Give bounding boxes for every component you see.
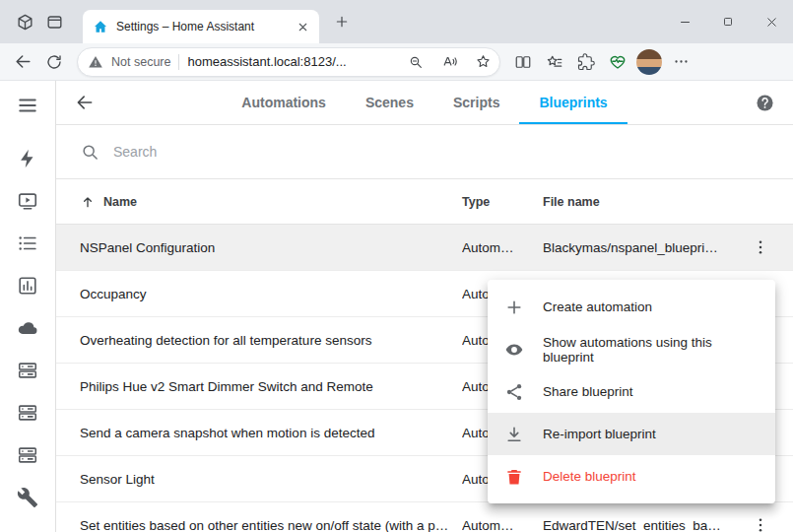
column-label: Name	[103, 195, 137, 209]
table-row-set-entities[interactable]: Set entities based on other entities new…	[56, 502, 793, 532]
table-header: Name Type File name	[56, 179, 793, 225]
sidebar-server-icon-1[interactable]	[15, 358, 40, 383]
table-row-nspanel[interactable]: NSPanel Configuration Autom… Blackymas/n…	[56, 225, 793, 271]
row-type: Autom…	[462, 240, 543, 255]
sidebar-cloud-icon[interactable]	[15, 315, 40, 341]
browser-window: Settings – Home Assistant	[0, 0, 793, 532]
tab-blueprints[interactable]: Blueprints	[519, 81, 627, 124]
extensions-icon[interactable]	[571, 47, 601, 77]
sidebar-icon-list	[15, 146, 40, 510]
column-header-type[interactable]: Type	[462, 195, 543, 209]
ha-sidebar	[0, 81, 56, 532]
tab-label: Blueprints	[539, 95, 607, 110]
zoom-out-icon[interactable]	[403, 49, 429, 75]
back-icon[interactable]	[8, 47, 37, 77]
tab-scripts[interactable]: Scripts	[433, 81, 519, 124]
window-controls	[663, 0, 793, 43]
row-name: Sensor Light	[80, 472, 462, 487]
ha-header: Automations Scenes Scripts Blueprints	[56, 81, 793, 125]
sidebar-server-icon-2[interactable]	[15, 400, 40, 426]
browser-tab-strip: Settings – Home Assistant	[0, 0, 793, 43]
row-name: Send a camera snapshot when motion is de…	[80, 426, 462, 440]
menu-item-label: Show automations using this blueprint	[543, 335, 760, 365]
sidebar-history-icon[interactable]	[15, 273, 40, 299]
tab-close-icon[interactable]	[292, 16, 313, 37]
tab-label: Automations	[241, 95, 326, 110]
address-bar[interactable]: Not secure homeassistant.local:8123/...	[77, 47, 500, 77]
tab-actions-icon[interactable]	[39, 7, 69, 36]
help-icon[interactable]	[752, 90, 777, 115]
read-aloud-icon[interactable]	[436, 49, 462, 75]
workspaces-icon[interactable]	[10, 7, 39, 36]
row-name: Overheating detection for all temperatur…	[80, 333, 462, 348]
row-name: NSPanel Configuration	[80, 240, 462, 255]
menu-item-show-automations[interactable]: Show automations using this blueprint	[488, 328, 775, 370]
search-icon	[80, 142, 99, 162]
tab-title: Settings – Home Assistant	[116, 20, 284, 33]
menu-item-delete-blueprint[interactable]: Delete blueprint	[488, 455, 775, 498]
sidebar-logbook-icon[interactable]	[15, 231, 40, 256]
home-assistant-favicon	[93, 19, 108, 34]
share-icon	[503, 381, 525, 403]
row-name: Philips Hue v2 Smart Dimmer Switch and R…	[80, 379, 462, 394]
profile-avatar[interactable]	[636, 49, 662, 75]
sidebar-server-icon-3[interactable]	[15, 442, 40, 468]
menu-item-reimport-blueprint[interactable]: Re-import blueprint	[488, 413, 775, 455]
favorites-hub-icon[interactable]	[540, 47, 569, 77]
plus-icon	[503, 297, 525, 318]
row-type: Autom…	[462, 518, 543, 532]
row-name: Set entities based on other entities new…	[80, 518, 462, 532]
browser-tab[interactable]: Settings – Home Assistant	[83, 10, 319, 43]
tab-label: Scenes	[365, 95, 414, 110]
download-icon	[503, 424, 525, 445]
menu-item-share-blueprint[interactable]: Share blueprint	[488, 370, 775, 413]
row-name: Occupancy	[80, 287, 462, 301]
tab-scenes[interactable]: Scenes	[346, 81, 433, 124]
hamburger-menu-icon[interactable]	[15, 93, 40, 118]
column-header-name[interactable]: Name	[80, 194, 462, 210]
column-header-file-name[interactable]: File name	[543, 195, 735, 209]
window-minimize-icon[interactable]	[663, 0, 706, 43]
search-input[interactable]	[113, 144, 769, 160]
tab-automations[interactable]: Automations	[222, 81, 346, 124]
menu-item-label: Share blueprint	[543, 384, 633, 399]
split-screen-icon[interactable]	[508, 47, 538, 77]
refresh-icon[interactable]	[39, 47, 69, 77]
row-kebab-menu-icon[interactable]	[744, 231, 777, 264]
new-tab-icon[interactable]	[327, 7, 357, 36]
row-file: Blackymas/nspanel_blueprin…	[543, 240, 735, 255]
address-divider	[178, 54, 179, 70]
favorite-star-icon[interactable]	[470, 49, 496, 75]
url-text: homeassistant.local:8123/...	[187, 54, 395, 69]
sort-ascending-icon	[80, 194, 96, 210]
row-file: EdwardTEN/set_entities_bas…	[543, 518, 735, 532]
sidebar-energy-icon[interactable]	[15, 146, 40, 171]
tab-label: Scripts	[453, 95, 499, 110]
row-kebab-menu-icon[interactable]	[744, 508, 777, 532]
browser-toolbar: Not secure homeassistant.local:8123/...	[0, 43, 793, 81]
menu-item-label: Delete blueprint	[543, 469, 636, 484]
menu-item-create-automation[interactable]: Create automation	[488, 286, 775, 328]
browser-essentials-icon[interactable]	[603, 47, 632, 77]
ha-tab-bar: Automations Scenes Scripts Blueprints	[56, 81, 793, 124]
not-secure-warning-icon	[88, 54, 103, 70]
settings-more-icon[interactable]	[666, 47, 695, 77]
security-label: Not secure	[111, 55, 170, 69]
sidebar-tools-icon[interactable]	[15, 485, 40, 510]
search-bar	[56, 125, 793, 179]
sidebar-media-icon[interactable]	[15, 188, 40, 214]
trash-icon	[503, 466, 525, 488]
window-close-icon[interactable]	[750, 0, 793, 43]
blueprint-context-menu: Create automation Show automations using…	[488, 280, 775, 503]
window-maximize-icon[interactable]	[706, 0, 750, 43]
menu-item-label: Re-import blueprint	[543, 427, 656, 441]
eye-icon	[503, 339, 525, 361]
menu-item-label: Create automation	[543, 299, 652, 314]
